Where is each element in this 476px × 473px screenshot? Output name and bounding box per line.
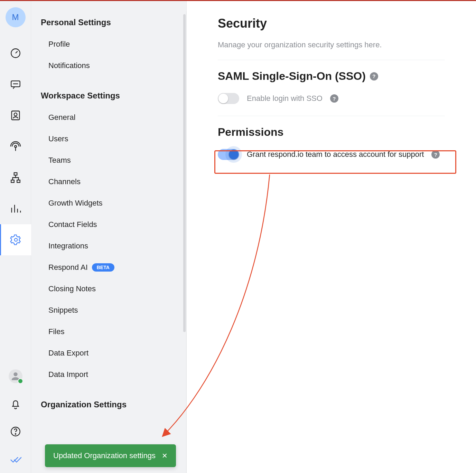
nav-item-integrations[interactable]: Integrations (31, 235, 184, 257)
rail-presence[interactable] (0, 362, 31, 390)
annotation-highlight-box (214, 150, 456, 174)
nav-item-teams[interactable]: Teams (31, 150, 184, 171)
svg-point-9 (13, 372, 17, 376)
nav-heading-organization: Organization Settings (31, 394, 184, 416)
rail-contacts[interactable] (0, 100, 31, 131)
workspace-avatar-letter: M (12, 12, 19, 22)
nav-item-channels[interactable]: Channels (31, 171, 184, 192)
toast-text: Updated Organization settings (53, 451, 156, 460)
toggle-sso[interactable] (218, 93, 239, 104)
toast-close-button[interactable]: ✕ (162, 452, 168, 460)
chat-icon (10, 78, 21, 90)
svg-point-8 (15, 238, 18, 242)
gear-icon (10, 234, 22, 246)
app-layout: M (0, 1, 476, 473)
svg-point-11 (15, 434, 16, 434)
nav-item-profile[interactable]: Profile (31, 34, 184, 55)
page-title: Security (218, 16, 445, 31)
divider (218, 60, 445, 60)
nav-item-respond-ai[interactable]: Respond AI BETA (31, 257, 184, 278)
page-subtitle: Manage your organization security settin… (218, 40, 445, 49)
settings-sidenav: Personal Settings Profile Notifications … (31, 1, 187, 473)
help-icon[interactable]: ? (330, 94, 338, 103)
toast-success: Updated Organization settings ✕ (45, 444, 176, 467)
gauge-icon (10, 47, 21, 59)
presence-avatar-icon (9, 369, 22, 383)
svg-point-3 (14, 113, 17, 116)
svg-rect-7 (17, 180, 20, 182)
help-circle-icon (10, 426, 21, 437)
rail-broadcast[interactable] (0, 131, 31, 162)
main-content: Security Manage your organization securi… (187, 1, 476, 473)
workspace-avatar[interactable]: M (6, 7, 26, 27)
rail-settings[interactable] (0, 224, 31, 255)
nav-item-closing-notes[interactable]: Closing Notes (31, 278, 184, 300)
nav-item-data-import[interactable]: Data Import (31, 364, 184, 385)
icon-rail: M (0, 1, 31, 473)
svg-rect-5 (14, 173, 17, 175)
rail-analytics[interactable] (0, 193, 31, 224)
nav-item-snippets[interactable]: Snippets (31, 300, 184, 321)
nav-heading-personal: Personal Settings (31, 11, 184, 34)
nav-item-notifications[interactable]: Notifications (31, 55, 184, 76)
nav-item-growth-widgets[interactable]: Growth Widgets (31, 192, 184, 214)
scrollbar-thumb[interactable] (183, 14, 186, 332)
help-icon[interactable]: ? (370, 72, 378, 81)
rail-dashboard[interactable] (0, 38, 31, 69)
bar-chart-icon (10, 203, 21, 215)
rail-help[interactable] (0, 418, 31, 445)
double-check-icon (10, 453, 21, 465)
nav-item-data-export[interactable]: Data Export (31, 342, 184, 364)
nav-item-general[interactable]: General (31, 107, 184, 128)
svg-rect-6 (11, 180, 14, 182)
toggle-sso-label: Enable login with SSO (247, 94, 323, 103)
rail-notifications[interactable] (0, 390, 31, 418)
setting-row-sso: Enable login with SSO ? (218, 92, 445, 116)
svg-point-4 (15, 145, 17, 148)
rail-workflow[interactable] (0, 162, 31, 193)
section-heading-sso: SAML Single-Sign-On (SSO) ? (218, 70, 445, 83)
svg-rect-2 (11, 111, 19, 120)
contact-card-icon (10, 110, 21, 121)
rail-chat[interactable] (0, 69, 31, 100)
rail-brand[interactable] (0, 445, 31, 473)
divider (218, 116, 445, 116)
nav-item-contact-fields[interactable]: Contact Fields (31, 214, 184, 235)
section-heading-permissions: Permissions (218, 126, 445, 139)
broadcast-icon (10, 141, 21, 152)
rail-bottom (0, 362, 31, 473)
bell-icon (10, 398, 21, 410)
nav-item-files[interactable]: Files (31, 321, 184, 342)
workflow-icon (10, 172, 21, 183)
nav-heading-workspace: Workspace Settings (31, 85, 184, 107)
beta-badge: BETA (92, 263, 114, 272)
nav-item-users[interactable]: Users (31, 128, 184, 150)
